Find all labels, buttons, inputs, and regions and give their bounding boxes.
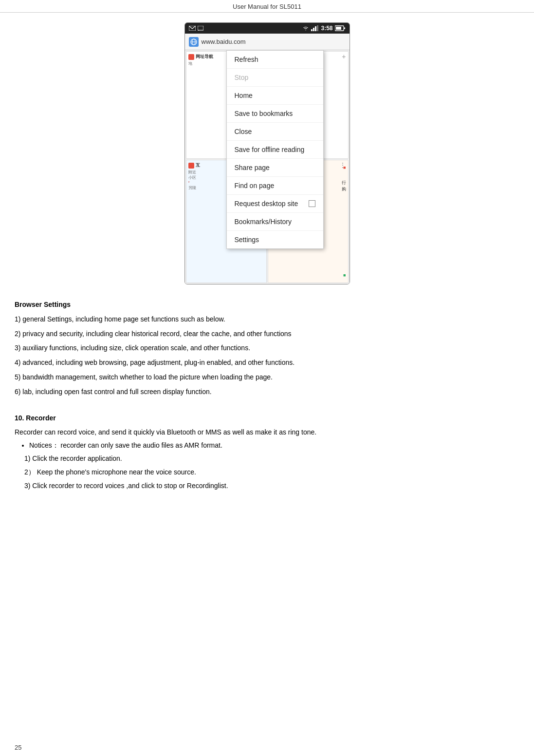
tile-dots-2: +	[342, 53, 346, 60]
menu-item-share-page[interactable]: Share page	[227, 159, 323, 177]
svg-rect-8	[344, 27, 345, 29]
recorder-step-3: 3) Click recorder to record voices ,and …	[24, 480, 519, 492]
svg-rect-4	[315, 26, 316, 31]
recorder-notice: Notices： recorder can only save the audi…	[29, 441, 519, 450]
tile-icon-3	[188, 163, 194, 169]
battery-icon	[335, 25, 346, 31]
status-bar-left	[189, 26, 203, 31]
context-menu: Refresh Stop Home Save to bookmarks Clos…	[226, 50, 324, 249]
recorder-step-1: 1) Click the recorder application.	[24, 453, 519, 465]
browser-settings-item-3: 3) auxiliary functions, including size, …	[15, 342, 519, 354]
svg-rect-2	[311, 29, 313, 31]
menu-item-refresh[interactable]: Refresh	[227, 51, 323, 69]
browser-icon	[189, 37, 199, 47]
browser-settings-section: Browser Settings 1) general Settings, in…	[15, 299, 519, 398]
menu-item-close[interactable]: Close	[227, 123, 323, 141]
tile-icon-1	[188, 54, 194, 60]
menu-item-stop[interactable]: Stop	[227, 69, 323, 87]
svg-rect-7	[336, 27, 341, 30]
browser-settings-item-5: 5) bandwidth management, switch whether …	[15, 372, 519, 383]
page-title: User Manual for SL5011	[233, 3, 301, 10]
menu-item-bookmarks-history[interactable]: Bookmarks/History	[227, 213, 323, 231]
recorder-notice-list: Notices： recorder can only save the audi…	[29, 441, 519, 450]
signal-icon	[311, 25, 319, 31]
request-desktop-checkbox[interactable]	[309, 200, 315, 207]
recorder-heading: 10. Recorder	[15, 413, 519, 424]
browser-settings-item-2: 2) privacy and security, including clear…	[15, 328, 519, 340]
browser-settings-item-4: 4) advanced, including web browsing, pag…	[15, 357, 519, 369]
menu-item-save-offline[interactable]: Save for offline reading	[227, 141, 323, 159]
browser-settings-heading: Browser Settings	[15, 299, 519, 311]
status-bar: 3:58	[185, 23, 350, 34]
recorder-step-2: 2） Keep the phone's microphone near the …	[24, 467, 519, 478]
status-bar-right: 3:58	[302, 25, 345, 32]
menu-item-request-desktop[interactable]: Request desktop site	[227, 195, 323, 213]
world-icon	[190, 38, 197, 45]
browser-settings-item-1: 1) general Settings, including home page…	[15, 314, 519, 325]
svg-rect-5	[317, 25, 318, 31]
wifi-icon	[302, 26, 309, 31]
page-number: 25	[15, 744, 21, 751]
svg-rect-3	[313, 28, 314, 31]
envelope-icon	[189, 26, 196, 31]
menu-item-settings[interactable]: Settings	[227, 231, 323, 248]
url-text[interactable]: www.baidu.com	[202, 38, 346, 45]
menu-item-home[interactable]: Home	[227, 87, 323, 105]
menu-item-save-bookmarks[interactable]: Save to bookmarks	[227, 105, 323, 123]
status-time: 3:58	[321, 25, 332, 32]
browser-content: ⋮ 网址导航 地片 + hao ⋮	[185, 50, 350, 284]
phone-screenshot: 3:58 www.baidu.com	[184, 22, 350, 284]
sms-icon	[198, 26, 203, 31]
menu-item-find-on-page[interactable]: Find on page	[227, 177, 323, 195]
address-bar[interactable]: www.baidu.com	[185, 34, 350, 50]
recorder-intro: Recorder can record voice, and send it q…	[15, 427, 519, 438]
recorder-section: 10. Recorder Recorder can record voice, …	[15, 413, 519, 492]
svg-rect-1	[198, 26, 203, 30]
page-title-bar: User Manual for SL5011	[0, 0, 534, 13]
browser-settings-item-6: 6) lab, including open fast control and …	[15, 386, 519, 398]
